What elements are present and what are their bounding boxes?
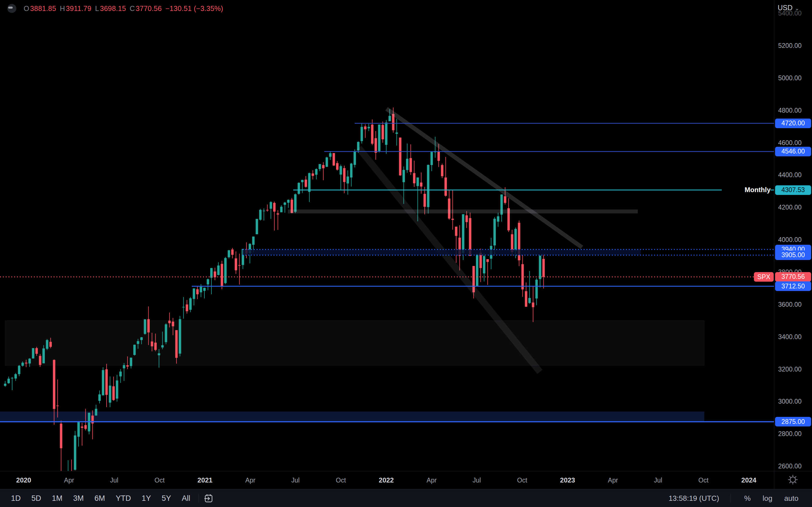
gray-shelf-4175 bbox=[288, 210, 638, 214]
price-label-3770.56: 3770.56 bbox=[775, 272, 811, 282]
high-label: H bbox=[60, 4, 65, 13]
time-tick-Apr: Apr bbox=[426, 476, 437, 484]
price-tick: 4200.00 bbox=[778, 204, 802, 211]
log-scale-button[interactable]: log bbox=[760, 493, 775, 504]
low-label: L bbox=[95, 4, 99, 13]
price-label-4546.00: 4546.00 bbox=[775, 147, 811, 156]
price-tick: 4000.00 bbox=[778, 236, 802, 244]
chevron-down-icon: ⌄ bbox=[795, 5, 799, 11]
supply-box bbox=[5, 321, 704, 365]
currency-dropdown[interactable]: USD ⌄ bbox=[777, 4, 799, 12]
time-axis[interactable]: 2020AprJulOct2021AprJulOct2022AprJulOct2… bbox=[0, 471, 774, 489]
demand-band bbox=[0, 411, 704, 421]
price-label-3905.00: 3905.00 bbox=[775, 250, 811, 260]
price-label-3712.50: 3712.50 bbox=[775, 281, 811, 291]
ohlc-values: O3881.85 H3911.79 L3698.15 C3770.56 −130… bbox=[24, 4, 223, 13]
chart-canvas[interactable] bbox=[0, 0, 774, 471]
high-value: 3911.79 bbox=[66, 4, 92, 13]
range-button-All[interactable]: All bbox=[177, 492, 195, 504]
time-tick-Oct: Oct bbox=[517, 476, 527, 484]
low-value: 3698.15 bbox=[100, 4, 126, 13]
range-3905-3940 bbox=[243, 249, 641, 255]
spx-price-tag: SPX bbox=[754, 272, 774, 282]
price-scale-settings-gear-icon[interactable] bbox=[786, 473, 799, 486]
go-to-date-button[interactable] bbox=[203, 493, 214, 504]
time-tick-2021: 2021 bbox=[197, 476, 212, 484]
symbol-legend: O3881.85 H3911.79 L3698.15 C3770.56 −130… bbox=[7, 4, 223, 13]
time-tick-Apr: Apr bbox=[245, 476, 255, 484]
zones-over bbox=[243, 249, 641, 255]
range-button-5Y[interactable]: 5Y bbox=[158, 492, 175, 504]
price-tick: 5200.00 bbox=[778, 42, 802, 50]
range-button-YTD[interactable]: YTD bbox=[112, 492, 135, 504]
time-tick-Jul: Jul bbox=[110, 476, 118, 484]
minus-icon bbox=[8, 6, 13, 8]
time-tick-2024: 2024 bbox=[741, 476, 756, 484]
price-tick: 4800.00 bbox=[778, 107, 802, 114]
close-label: C bbox=[130, 4, 135, 13]
price-axis[interactable]: USD ⌄ 5400.005200.005000.004800.004600.0… bbox=[774, 0, 812, 489]
time-tick-Jul: Jul bbox=[291, 476, 299, 484]
toolbar-right-group: 13:58:19 (UTC) % log auto bbox=[668, 493, 801, 504]
price-label-4720.00: 4720.00 bbox=[775, 119, 811, 128]
timeframe-group: 1D5D1M3M6MYTD1Y5YAll bbox=[7, 492, 195, 504]
percent-scale-button[interactable]: % bbox=[742, 493, 753, 504]
auto-scale-button[interactable]: auto bbox=[782, 493, 801, 504]
price-tick: 4600.00 bbox=[778, 139, 802, 147]
range-button-3M[interactable]: 3M bbox=[69, 492, 88, 504]
range-button-5D[interactable]: 5D bbox=[28, 492, 46, 504]
price-tick: 3200.00 bbox=[778, 365, 802, 373]
time-tick-Apr: Apr bbox=[64, 476, 74, 484]
time-tick-Apr: Apr bbox=[608, 476, 618, 484]
axis-corner bbox=[774, 471, 812, 489]
calendar-arrow-icon bbox=[203, 493, 213, 503]
time-tick-Jul: Jul bbox=[654, 476, 662, 484]
legend-collapse-icon[interactable] bbox=[7, 4, 16, 13]
price-tick: 3400.00 bbox=[778, 333, 802, 341]
time-tick-2023: 2023 bbox=[560, 476, 575, 484]
price-tick: 3000.00 bbox=[778, 398, 802, 405]
price-label-4307.53: 4307.53 bbox=[775, 185, 811, 195]
time-tick-Jul: Jul bbox=[472, 476, 481, 484]
range-button-1Y[interactable]: 1Y bbox=[138, 492, 155, 504]
tradingview-chart-window: O3881.85 H3911.79 L3698.15 C3770.56 −130… bbox=[0, 0, 812, 507]
range-button-1D[interactable]: 1D bbox=[7, 492, 25, 504]
range-button-1M[interactable]: 1M bbox=[48, 492, 67, 504]
time-tick-Oct: Oct bbox=[336, 476, 346, 484]
price-tick: 2600.00 bbox=[778, 462, 802, 470]
clock-utc[interactable]: 13:58:19 (UTC) bbox=[668, 494, 719, 503]
currency-label: USD bbox=[777, 4, 793, 12]
close-value: 3770.56 bbox=[136, 4, 161, 13]
open-value: 3881.85 bbox=[30, 4, 56, 13]
bottom-toolbar: 1D5D1M3M6MYTD1Y5YAll 13:58:19 (UTC) % lo… bbox=[0, 489, 812, 507]
monthly-line-label: Monthly bbox=[722, 185, 770, 195]
range-button-6M[interactable]: 6M bbox=[90, 492, 109, 504]
time-tick-Oct: Oct bbox=[154, 476, 165, 484]
price-tick: 4400.00 bbox=[778, 171, 802, 179]
price-tick: 5000.00 bbox=[778, 74, 802, 82]
candlestick-chart bbox=[0, 0, 774, 471]
price-label-2875.00: 2875.00 bbox=[775, 417, 811, 427]
upper-downtrend[interactable] bbox=[387, 109, 582, 247]
shelf-bars bbox=[288, 210, 638, 214]
time-tick-Oct: Oct bbox=[698, 476, 709, 484]
toolbar-divider bbox=[730, 494, 731, 503]
price-tick: 2800.00 bbox=[778, 430, 802, 438]
change-value: −130.51 (−3.35%) bbox=[165, 4, 223, 13]
time-tick-2022: 2022 bbox=[378, 476, 394, 484]
time-tick-2020: 2020 bbox=[16, 476, 31, 484]
price-tick: 3600.00 bbox=[778, 301, 802, 308]
level-lines bbox=[0, 123, 774, 421]
open-label: O bbox=[24, 4, 29, 13]
